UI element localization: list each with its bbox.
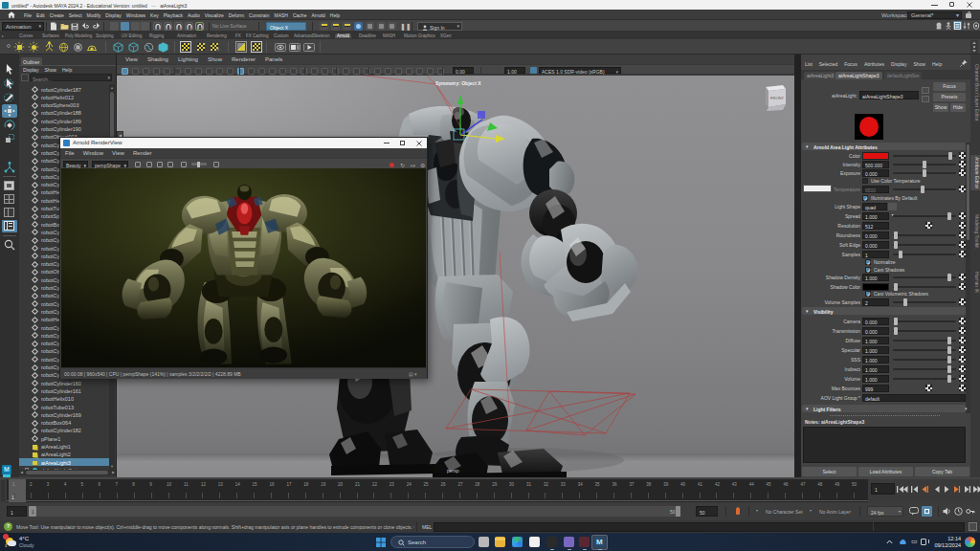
svg-text:FRONT: FRONT [770, 96, 784, 100]
